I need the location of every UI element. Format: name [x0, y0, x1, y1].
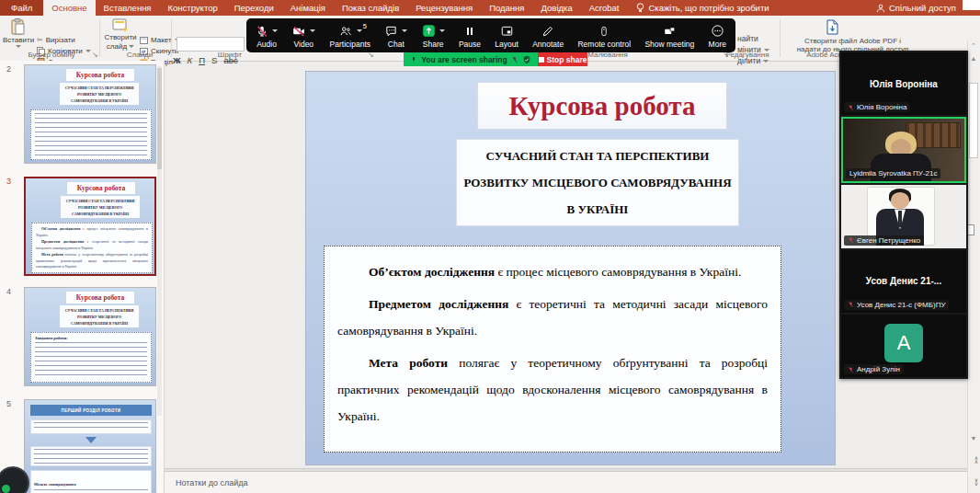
clipboard-dialog-launcher[interactable]: ↘ [92, 51, 98, 59]
thumb-title: Курсова робота [66, 292, 134, 304]
font-name-combobox[interactable] [177, 37, 245, 52]
scrollbar-thumb[interactable] [969, 83, 978, 158]
thumb-title: Курсова робота [67, 182, 135, 194]
slide-subtitle-box[interactable]: СУЧАСНИЙ СТАН ТА ПЕРСПЕКТИВИ РОЗВИТКУ МІ… [457, 140, 738, 225]
bold-button[interactable]: Ж [173, 55, 181, 65]
paste-button[interactable]: Вставити [2, 18, 35, 48]
tell-me-search[interactable]: Скажіть, що потрібно зробити [627, 0, 778, 16]
zoom-remote-control-button[interactable]: Remote control [577, 24, 631, 49]
slide-title-box[interactable]: Курсова робота [478, 83, 726, 129]
tab-view[interactable]: Подання [481, 0, 532, 16]
current-slide-canvas[interactable]: Курсова робота СУЧАСНИЙ СТАН ТА ПЕРСПЕКТ… [306, 72, 835, 464]
thumb-subtitle: СУЧАСНИЙ СТАН ТА ПЕРСПЕКТИВИ РОЗВИТКУ МІ… [60, 83, 139, 105]
next-slide-button[interactable]: ∨∨ [971, 478, 980, 486]
tab-home[interactable]: Основне [43, 0, 95, 16]
slide-thumbnail-4[interactable]: Курсова робота СУЧАСНИЙ СТАН ТА ПЕРСПЕКТ… [24, 287, 156, 386]
participant-tile[interactable]: Євген Петрущенко [841, 185, 966, 247]
thumbnail-scrollbar[interactable] [157, 66, 162, 416]
italic-button[interactable]: К [188, 55, 193, 65]
pause-label: Pause [459, 40, 481, 49]
slides-group-label: Слайди [112, 51, 167, 59]
find-button[interactable]: найти [737, 34, 758, 43]
pause-icon [464, 25, 475, 38]
thumb-body-heading: Завдання роботи: [35, 336, 147, 340]
show-meeting-label: Show meeting [644, 40, 694, 49]
tab-acrobat[interactable]: Acrobat [581, 0, 628, 16]
security-shield-icon [522, 55, 531, 64]
tab-review[interactable]: Рецензування [407, 0, 481, 16]
select-caret-icon [763, 60, 769, 63]
previous-slide-button[interactable]: ∧∧ [971, 456, 980, 464]
slide-thumbnail-2[interactable]: Курсова робота СУЧАСНИЙ СТАН ТА ПЕРСПЕКТ… [24, 64, 156, 164]
tab-design[interactable]: Конструктор [160, 0, 226, 16]
tab-insert[interactable]: Вставлення [96, 0, 160, 16]
participant-tile[interactable]: Юлія Вороніна Юлія Вороніна [841, 52, 966, 115]
chat-caret-icon[interactable] [402, 29, 407, 32]
collapse-ribbon-icon[interactable]: ⌃ [968, 42, 979, 50]
scroll-down-arrow[interactable]: ▼ [968, 435, 979, 441]
more-icon [711, 24, 724, 38]
zoom-pause-button[interactable]: Pause [459, 24, 481, 49]
tab-slideshow[interactable]: Показ слайдів [334, 0, 407, 16]
slide-layout-icon [140, 37, 148, 44]
banner-mic-icon [410, 55, 417, 64]
thumb-subtitle: СУЧАСНИЙ СТАН ТА ПЕРСПЕКТИВИ РОЗВИТКУ МІ… [61, 196, 140, 218]
tab-transitions[interactable]: Переходи [226, 0, 282, 16]
stop-share-button[interactable]: Stop share [538, 52, 587, 66]
slide-thumbnail-pane: 2 Курсова робота СУЧАСНИЙ СТАН ТА ПЕРСПЕ… [0, 61, 165, 493]
slide-number: 4 [6, 287, 11, 296]
mouse-icon [598, 25, 610, 38]
participants-caret-icon[interactable] [357, 29, 362, 32]
muted-mic-icon [848, 301, 854, 308]
zoom-more-button[interactable]: More [709, 24, 726, 49]
tab-animations[interactable]: Анімація [282, 0, 334, 16]
muted-mic-icon [848, 366, 854, 373]
share-caret-icon[interactable] [439, 29, 445, 32]
ribbon-separator [171, 19, 172, 57]
editor-vertical-scrollbar[interactable]: ⌃ ▲ ▼ ∧∧ ∨∨ [967, 40, 980, 493]
banner-muted-mic-icon [511, 55, 518, 64]
thumbnail-body-preview [30, 109, 152, 160]
slide-subtitle-line: В УКРАЇНІ [457, 196, 738, 223]
cut-button[interactable]: ✂ Вирізати [37, 35, 75, 45]
new-slide-button[interactable]: Створити слайд [103, 18, 138, 51]
thumbnail-body-preview: Місцеве самоврядування [30, 470, 152, 493]
slide-thumbnail-3-selected[interactable]: Курсова робота СУЧАСНИЙ СТАН ТА ПЕРСПЕКТ… [24, 177, 156, 276]
notes-bar[interactable]: Нотатки до слайда [165, 471, 968, 493]
tab-help[interactable]: Довідка [533, 0, 581, 16]
zoom-video-button[interactable]: Video [291, 24, 315, 49]
video-caret-icon[interactable] [310, 29, 315, 32]
participant-name-label: Усов Денис 21-с (ФМБ)ПУ [844, 300, 949, 310]
ribbon-separator [99, 19, 100, 57]
slide-thumbnail-5[interactable]: ПЕРШИЙ РОЗДІЛ РОБОТИ Місцеве самоврядува… [24, 399, 156, 493]
zoom-layout-button[interactable]: Layout [495, 24, 518, 49]
new-slide-caret-icon [129, 45, 134, 48]
scroll-up-arrow[interactable]: ▲ [968, 55, 979, 62]
participant-tile[interactable]: Усов Денис 21-... Усов Денис 21-с (ФМБ)П… [841, 250, 966, 313]
slide-subtitle-line: СУЧАСНИЙ СТАН ТА ПЕРСПЕКТИВИ [457, 143, 738, 169]
muted-mic-icon [848, 236, 854, 244]
layout-label: Макет [151, 36, 172, 44]
video-label: Video [294, 40, 314, 49]
adobe-pdf-label-line1: Створити файл Adobe PDF і [777, 37, 929, 45]
pencil-icon [541, 25, 554, 38]
zoom-share-button[interactable]: Share [422, 24, 445, 49]
zoom-chat-button[interactable]: Chat [384, 24, 407, 49]
zoom-annotate-button[interactable]: Annotate [532, 24, 564, 49]
new-slide-label-1: Створити [104, 33, 136, 41]
audio-caret-icon[interactable] [272, 29, 278, 32]
window-corner-fragment [963, 0, 980, 10]
zoom-audio-button[interactable]: Audio [256, 24, 278, 49]
tab-file[interactable]: Файл [0, 0, 43, 16]
participant-tile-active-speaker[interactable]: Lyidmila Syrovatka ПУ-21с [841, 117, 966, 183]
annotate-label: Annotate [532, 40, 564, 49]
thumb-subtitle: СУЧАСНИЙ СТАН ТА ПЕРСПЕКТИВИ РОЗВИТКУ МІ… [60, 305, 139, 327]
participant-tile[interactable]: А Андрій Зулін [841, 315, 966, 377]
paste-label: Вставити [3, 36, 34, 44]
remote-control-label: Remote control [577, 40, 631, 49]
zoom-participants-button[interactable]: 5 Participants [330, 24, 370, 49]
zoom-show-meeting-button[interactable]: Show meeting [644, 24, 694, 49]
share-label: Share [423, 40, 444, 49]
layout-button[interactable]: Макет [140, 35, 180, 45]
slide-body-textbox[interactable]: Об’єктом дослідження є процес місцевого … [324, 246, 781, 453]
